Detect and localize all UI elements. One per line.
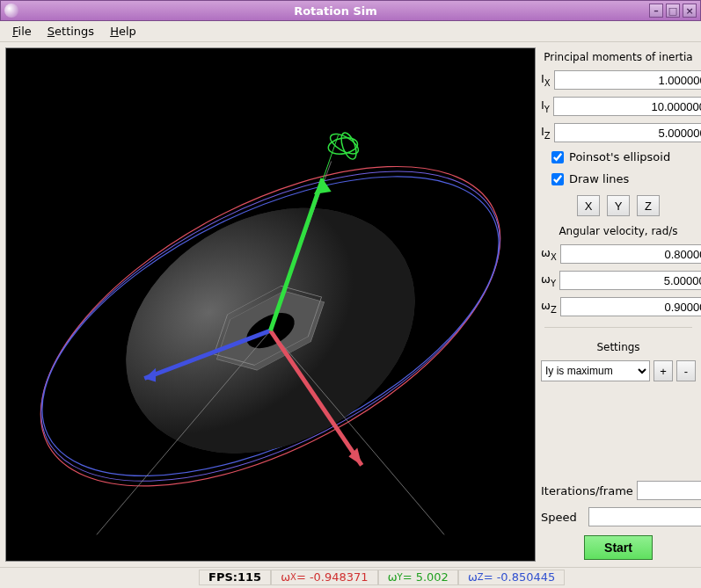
iter-row: Iterations/frame ▲▼ [541, 481, 696, 500]
svg-point-19 [339, 131, 360, 161]
maximize-button[interactable]: □ [666, 4, 680, 18]
remove-setting-button[interactable]: - [676, 360, 696, 381]
wx-input[interactable] [560, 244, 701, 264]
window-controls: – □ × [649, 4, 700, 18]
inertia-header: Principal moments of inertia [541, 51, 696, 63]
wz-row: ωZ ▲▼ [541, 297, 696, 316]
simulation-viewport[interactable] [5, 47, 536, 562]
ix-input[interactable] [554, 70, 701, 90]
ix-spinbox: ▲▼ [554, 70, 701, 90]
iz-label: IZ [541, 125, 551, 141]
wx-spinbox: ▲▼ [560, 244, 701, 264]
menu-settings[interactable]: Settings [40, 23, 101, 40]
poinsot-row: Poinsot's ellipsoid [551, 150, 696, 163]
wz-spinbox: ▲▼ [560, 297, 701, 316]
wz-label: ωZ [541, 299, 557, 315]
poinsot-label: Poinsot's ellipsoid [569, 150, 670, 163]
control-panel: Principal moments of inertia IX ▲▼ IY ▲▼… [541, 47, 696, 562]
menubar: File Settings Help [0, 21, 701, 42]
speed-spinbox: ▲▼ [588, 507, 701, 526]
panel-spacer [541, 387, 696, 475]
iz-spinbox: ▲▼ [554, 123, 701, 142]
speed-input[interactable] [588, 507, 701, 526]
wy-spinbox: ▲▼ [559, 271, 701, 290]
minimize-button[interactable]: – [649, 4, 663, 18]
wx-label: ωX [541, 246, 557, 262]
speed-label: Speed [541, 511, 585, 524]
close-button[interactable]: × [683, 4, 697, 18]
omega-z-readout: ωZ = -0.850445 [458, 570, 566, 585]
iy-spinbox: ▲▼ [553, 97, 701, 116]
simulation-canvas [6, 48, 535, 561]
omega-x-readout: ωX = -0.948371 [271, 570, 378, 585]
iter-input[interactable] [637, 481, 701, 500]
axis-buttons: X Y Z [541, 195, 696, 216]
iy-label: IY [541, 98, 550, 114]
iter-label: Iterations/frame [541, 484, 633, 497]
menu-help[interactable]: Help [103, 23, 143, 40]
iy-row: IY ▲▼ [541, 97, 696, 116]
iy-input[interactable] [553, 97, 701, 116]
view-y-button[interactable]: Y [607, 195, 630, 216]
settings-row: Iy is maximum + - [541, 360, 696, 381]
wy-row: ωY ▲▼ [541, 271, 696, 290]
app-icon [4, 4, 18, 18]
start-button[interactable]: Start [584, 535, 653, 560]
separator [544, 327, 692, 336]
statusbar: FPS: 115 ωX = -0.948371 ωY = 5.002 ωZ = … [0, 567, 701, 586]
wy-label: ωY [541, 272, 556, 288]
window-title: Rotation Sim [22, 4, 649, 18]
add-setting-button[interactable]: + [654, 360, 673, 381]
view-x-button[interactable]: X [577, 195, 600, 216]
iter-spinbox: ▲▼ [637, 481, 701, 500]
iz-row: IZ ▲▼ [541, 123, 696, 142]
main-content: Principal moments of inertia IX ▲▼ IY ▲▼… [0, 42, 701, 567]
menu-file[interactable]: File [5, 23, 39, 40]
view-z-button[interactable]: Z [637, 195, 660, 216]
drawlines-row: Draw lines [551, 172, 696, 185]
settings-header: Settings [541, 341, 696, 353]
wx-row: ωX ▲▼ [541, 244, 696, 264]
angvel-header: Angular velocity, rad/s [541, 225, 696, 237]
ix-label: IX [541, 72, 551, 88]
ix-row: IX ▲▼ [541, 70, 696, 90]
drawlines-label: Draw lines [569, 172, 629, 185]
window-titlebar: Rotation Sim – □ × [0, 0, 701, 21]
wz-input[interactable] [560, 297, 701, 316]
drawlines-checkbox[interactable] [551, 173, 564, 185]
settings-select[interactable]: Iy is maximum [541, 360, 650, 381]
speed-row: Speed ▲▼ [541, 507, 696, 526]
wy-input[interactable] [559, 271, 701, 290]
omega-y-readout: ωY = 5.002 [378, 570, 458, 585]
poinsot-checkbox[interactable] [551, 151, 564, 163]
iz-input[interactable] [554, 123, 701, 142]
fps-readout: FPS: 115 [199, 570, 271, 585]
